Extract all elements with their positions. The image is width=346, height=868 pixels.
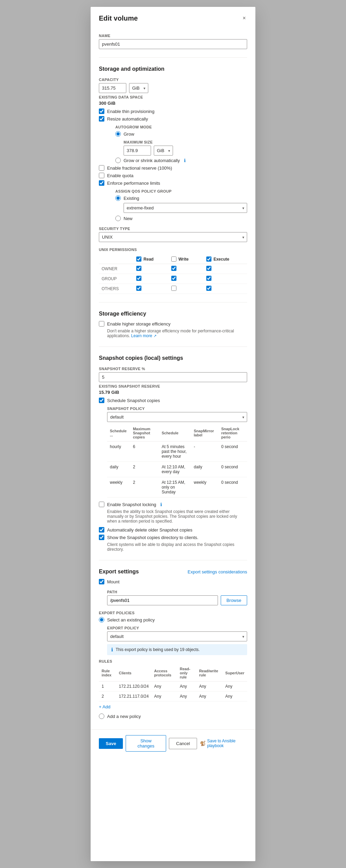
snapshot-reserve-label: SNAPSHOT RESERVE % — [99, 367, 247, 371]
execute-header-checkbox[interactable] — [206, 256, 211, 262]
snapshot-policy-label: SNAPSHOT POLICY — [107, 407, 247, 411]
others-label: OTHERS — [99, 284, 134, 294]
snapshot-locking-help-icon[interactable]: ℹ — [160, 502, 162, 507]
quota-label: Enable quota — [107, 173, 134, 178]
higher-efficiency-row: Enable higher storage efficiency — [99, 321, 247, 327]
security-type-label: SECURITY TYPE — [99, 227, 247, 231]
show-changes-button[interactable]: Show changes — [126, 735, 166, 752]
rule2-readonly: Any — [177, 692, 196, 701]
max-size-input[interactable] — [124, 146, 151, 156]
export-policy-select-wrapper: default custom — [107, 631, 247, 641]
qos-new-label: New — [124, 216, 132, 221]
capacity-unit-select[interactable]: GiB TiB — [129, 83, 148, 93]
export-policies-label: EXPORT POLICIES — [99, 611, 247, 615]
storage-optimization-title: Storage and optimization — [99, 66, 247, 72]
max-size-unit-select[interactable]: GiB TiB — [154, 146, 173, 156]
export-policy-label: EXPORT POLICY — [107, 626, 247, 630]
add-new-policy-label: Add a new policy — [107, 714, 141, 719]
group-execute-checkbox[interactable] — [206, 276, 211, 281]
owner-read-checkbox[interactable] — [136, 266, 141, 271]
schedule-copies-checkbox[interactable] — [99, 398, 104, 403]
rule1-readonly: Any — [177, 682, 196, 692]
capacity-row: GiB TiB — [99, 83, 247, 93]
autogrow-grow-radio[interactable] — [115, 131, 121, 137]
close-button[interactable]: × — [241, 14, 247, 23]
autogrow-label: AUTOGROW MODE — [115, 125, 247, 129]
browse-button[interactable]: Browse — [221, 595, 247, 605]
unix-permissions-table: Read Write — [99, 254, 247, 294]
group-write-checkbox[interactable] — [171, 276, 176, 281]
mount-label: Mount — [107, 579, 119, 584]
unix-permissions-label: UNIX PERMISSIONS — [99, 248, 247, 252]
show-directory-checkbox[interactable] — [99, 535, 104, 540]
fractional-reserve-label: Enable fractional reserve (100%) — [107, 165, 172, 171]
group-read-checkbox[interactable] — [136, 276, 141, 281]
rules-col-readwrite: Read/write rule — [196, 665, 222, 682]
snapshot-policy-select[interactable]: default custom — [107, 412, 247, 422]
select-existing-policy-row: Select an existing policy — [99, 617, 247, 623]
qos-policy-select[interactable]: extreme-fixed default custom — [124, 203, 247, 213]
max-size-unit-wrapper: GiB TiB — [154, 146, 173, 156]
snapshot-locking-row: Enable Snapshot locking ℹ — [99, 502, 247, 507]
show-directory-note: Client systems will be able to display a… — [107, 542, 247, 552]
snapshot-reserve-input[interactable] — [99, 372, 247, 382]
select-existing-policy-label: Select an existing policy — [107, 617, 155, 623]
add-new-policy-radio[interactable] — [99, 713, 104, 719]
capacity-input[interactable] — [99, 83, 126, 93]
auto-delete-checkbox[interactable] — [99, 527, 104, 533]
qos-new-radio[interactable] — [115, 216, 121, 221]
name-section: NAME — [99, 34, 247, 49]
auto-delete-label: Automatically delete older Snapshot copi… — [107, 527, 193, 533]
snapshot-daily-max: 2 — [130, 462, 159, 477]
cancel-button[interactable]: Cancel — [169, 738, 197, 749]
resize-automatically-checkbox[interactable] — [99, 116, 104, 122]
owner-write-checkbox[interactable] — [171, 266, 176, 271]
rules-col-superuser: SuperUser — [222, 665, 247, 682]
read-header-checkbox[interactable] — [136, 256, 141, 262]
enforce-performance-checkbox[interactable] — [99, 180, 104, 186]
ansible-playbook-link[interactable]: 🐒 Save to Ansible playbook — [200, 739, 247, 748]
save-button[interactable]: Save — [99, 738, 123, 749]
snapshot-daily-snaplock: 0 second — [218, 462, 247, 477]
snapshot-row-weekly: weekly 2 At 12:15 AM, only on Sunday wee… — [107, 477, 247, 498]
storage-efficiency-note: Don't enable a higher storage efficiency… — [107, 329, 247, 338]
fractional-reserve-checkbox[interactable] — [99, 165, 104, 171]
select-existing-policy-radio[interactable] — [99, 617, 104, 623]
rules-col-index: Rule index — [99, 665, 116, 682]
fractional-reserve-row: Enable fractional reserve (100%) — [99, 165, 247, 171]
snapshot-policy-section: SNAPSHOT POLICY default custom Schedule … — [107, 407, 247, 498]
path-input[interactable] — [107, 595, 218, 605]
autogrow-grow-shrink-row: Grow or shrink automatically ℹ — [115, 158, 247, 163]
autogrow-grow-shrink-radio[interactable] — [115, 158, 121, 163]
write-header-checkbox[interactable] — [171, 256, 176, 262]
thin-provisioning-checkbox[interactable] — [99, 108, 104, 114]
snapshot-title: Snapshot copies (local) settings — [99, 355, 247, 361]
thin-provisioning-row: Enable thin provisioning — [99, 108, 247, 114]
snapshot-locking-checkbox[interactable] — [99, 502, 104, 507]
mount-checkbox[interactable] — [99, 579, 104, 584]
qos-existing-radio[interactable] — [115, 195, 121, 201]
export-policy-select[interactable]: default custom — [107, 631, 247, 641]
export-considerations-link[interactable]: Export settings considerations — [188, 569, 247, 574]
ansible-icon: 🐒 — [200, 741, 206, 746]
learn-more-link[interactable]: Learn more — [131, 333, 152, 338]
name-label: NAME — [99, 34, 247, 38]
qos-section: ASSIGN QOS POLICY GROUP Existing extreme… — [115, 189, 247, 221]
others-write-checkbox[interactable] — [171, 286, 176, 291]
snapshot-locking-label: Enable Snapshot locking — [107, 502, 156, 507]
others-read-checkbox[interactable] — [136, 286, 141, 291]
rule2-readwrite: Any — [196, 692, 222, 701]
existing-snapshot-reserve-value: 15.79 GiB — [99, 390, 247, 395]
higher-efficiency-checkbox[interactable] — [99, 321, 104, 327]
name-input[interactable] — [99, 39, 247, 49]
others-execute-checkbox[interactable] — [206, 286, 211, 291]
security-type-section: SECURITY TYPE UNIX NTFS Mixed — [99, 227, 247, 242]
resize-automatically-label: Resize automatically — [107, 116, 148, 122]
help-icon[interactable]: ℹ — [184, 158, 186, 163]
owner-execute-checkbox[interactable] — [206, 266, 211, 271]
quota-checkbox[interactable] — [99, 173, 104, 178]
snapshot-weekly-max: 2 — [130, 477, 159, 498]
rule1-superuser: Any — [222, 682, 247, 692]
add-rule-link[interactable]: + Add — [99, 704, 111, 709]
security-type-select[interactable]: UNIX NTFS Mixed — [99, 232, 247, 242]
